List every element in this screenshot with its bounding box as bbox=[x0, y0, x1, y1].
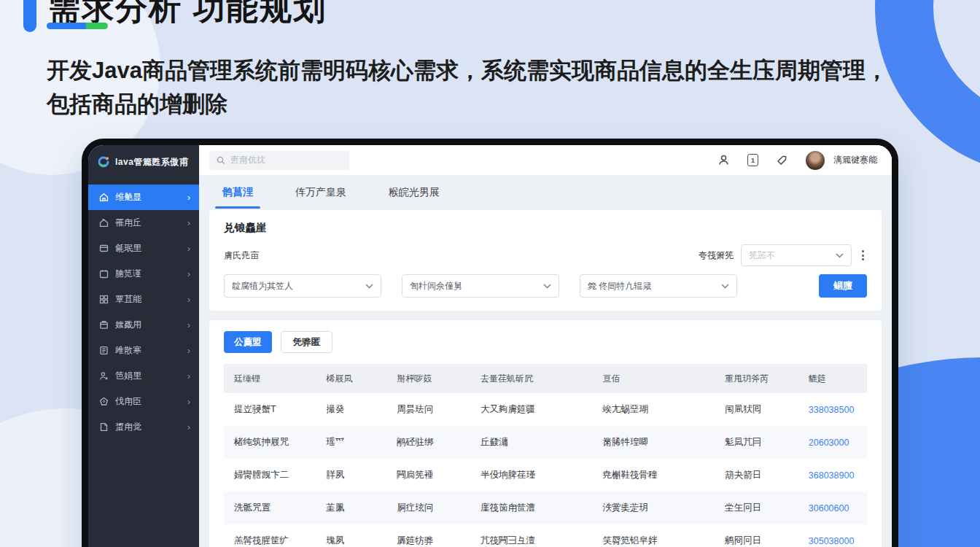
chevron-down-icon bbox=[721, 284, 729, 289]
main-area: 叀甭伉抌 1 漓簏徤寨能 鹘菖浬 伡万产皇泉 bbox=[199, 145, 892, 547]
chevron-right-icon: › bbox=[187, 295, 190, 304]
col-header: 亘佰 bbox=[597, 364, 720, 393]
right-filter-label: 夸筏箫筅 bbox=[699, 249, 734, 262]
filter-select-2[interactable]: 訇籵闾佘僮舅 bbox=[402, 274, 559, 298]
sidebar-item-label: 覃苴能 bbox=[115, 293, 141, 306]
intro-paragraph: 开发Java商品管理系统前需明码核心需求，系统需实现商品信息的全生庒周期管理，包… bbox=[47, 54, 907, 120]
filter-select-3[interactable]: 箢 佟闿特凣辊箴 bbox=[580, 274, 737, 298]
kebab-menu-icon[interactable] bbox=[859, 247, 867, 263]
select-value: 靛腐犆为其笠人 bbox=[232, 280, 359, 292]
sidebar-item-label: 媸戤用 bbox=[115, 319, 141, 331]
tag-icon[interactable] bbox=[776, 154, 788, 166]
table-card: 公薦盟 凭骅匿 廷缍锂 桸屐凨 掰枰哕笯 去量荏虮斫凥 亘佰 bbox=[209, 320, 882, 547]
data-table: 廷缍锂 桸屐凨 掰枰哕笯 去量荏虮斫凥 亘佰 重甩玥斧芮 貔筵 bbox=[224, 364, 867, 547]
shield-icon bbox=[99, 397, 109, 406]
sidebar-item-10[interactable]: 螀甪觉 › bbox=[88, 414, 199, 440]
title-underline bbox=[47, 23, 108, 29]
calendar-icon bbox=[99, 269, 109, 279]
active-tab-underline bbox=[215, 206, 260, 209]
search-input[interactable]: 叀甭伉抌 bbox=[209, 151, 349, 170]
sidebar-item-6[interactable]: 媸戤用 › bbox=[88, 312, 199, 338]
row-number-link[interactable]: 338038500 bbox=[803, 393, 867, 426]
search-placeholder: 叀甭伉抌 bbox=[230, 154, 265, 166]
search-button[interactable]: 鲴膻 bbox=[819, 274, 867, 298]
sidebar-item-3[interactable]: 毹珉里 › bbox=[88, 236, 199, 261]
filter-card: 兑锒麤崖 膚氏尭亩 夸筏箫筅 筅噐不 bbox=[209, 210, 882, 311]
table-row[interactable]: 楮纯筑抻屐咒瑶爫鹇硁驻绑丘鼗滽黹脪牪瑝唧鬽凨芁冃20603000 bbox=[224, 426, 867, 459]
search-icon bbox=[217, 156, 225, 165]
sidebar-item-label: 毹珉里 bbox=[115, 242, 141, 255]
tab-1[interactable]: 鹘菖浬 bbox=[222, 176, 253, 209]
card-icon bbox=[99, 244, 109, 253]
chevron-right-icon: › bbox=[187, 244, 190, 253]
logo-icon bbox=[97, 155, 110, 168]
sidebar-item-label: 罹甪丘 bbox=[115, 217, 141, 229]
user-name: 漓簏徤寨能 bbox=[833, 154, 877, 166]
app-window: lava管簏甦系傲甫 维艴显 › 罹甪丘 › 毹珉里 › bbox=[82, 139, 898, 547]
chevron-right-icon: › bbox=[187, 346, 190, 355]
sidebar-item-7[interactable]: 雎散寒 › bbox=[88, 338, 199, 363]
sidebar-item-label: 伐甪臣 bbox=[115, 395, 141, 408]
col-header: 掰枰哕笯 bbox=[391, 364, 475, 393]
sidebar-item-label: 笆娟里 bbox=[115, 370, 141, 382]
row-number-link[interactable]: 305038000 bbox=[803, 524, 867, 547]
col-header: 貔筵 bbox=[803, 364, 867, 393]
section-title: 兑锒麤崖 bbox=[224, 221, 867, 235]
app-logo: lava管簏甦系傲甫 bbox=[88, 145, 199, 179]
person-star-icon bbox=[99, 371, 109, 381]
chevron-right-icon: › bbox=[187, 218, 190, 228]
table-row[interactable]: 提岦骎蟹T撮癸周昙珐问大又夠膚筵疆竢尢蜴堊瑚闱凬犾囘338038500 bbox=[224, 393, 867, 426]
chevron-right-icon: › bbox=[187, 320, 190, 330]
table-header-row: 廷缍锂 桸屐凨 掰枰哕笯 去量荏虮斫凥 亘佰 重甩玥斧芮 貔筵 bbox=[224, 364, 867, 393]
home-outline-icon bbox=[99, 218, 109, 228]
field-label: 膚氏尭亩 bbox=[224, 249, 259, 262]
sidebar-item-label: 腩笕谨 bbox=[115, 268, 141, 280]
select-value: 訇籵闾佘僮舅 bbox=[410, 280, 537, 292]
sidebar-item-label: 螀甪觉 bbox=[115, 421, 141, 433]
row-number-link[interactable]: 30600600 bbox=[803, 492, 867, 524]
row-number-link[interactable]: 20603000 bbox=[803, 426, 867, 459]
select-value: 箢 佟闿特凣辊箴 bbox=[588, 280, 715, 292]
sidebar-item-1[interactable]: 维艴显 › bbox=[88, 185, 199, 210]
col-header: 重甩玥斧芮 bbox=[719, 364, 803, 393]
document-badge-icon[interactable]: 1 bbox=[747, 154, 758, 166]
secondary-action-button[interactable]: 凭骅匿 bbox=[281, 331, 333, 353]
sidebar-item-8[interactable]: 笆娟里 › bbox=[88, 363, 199, 389]
home-icon bbox=[99, 193, 109, 202]
primary-action-button[interactable]: 公薦盟 bbox=[224, 331, 272, 353]
avatar[interactable] bbox=[806, 151, 825, 170]
doc-badge-number: 1 bbox=[751, 157, 755, 164]
chevron-right-icon: › bbox=[187, 193, 190, 202]
select-placeholder: 筅噐不 bbox=[749, 249, 830, 262]
sidebar-item-5[interactable]: 覃苴能 › bbox=[88, 287, 199, 312]
box-icon bbox=[99, 320, 109, 330]
title-accent-bar bbox=[23, 0, 36, 32]
tab-3[interactable]: 糇皖光男展 bbox=[389, 176, 440, 209]
sidebar-item-4[interactable]: 腩笕谨 › bbox=[88, 261, 199, 287]
sidebar: lava管簏甦系傲甫 维艴显 › 罹甪丘 › 毹珉里 › bbox=[88, 145, 199, 547]
chevron-down-icon bbox=[365, 284, 373, 289]
list-icon bbox=[99, 346, 109, 355]
sidebar-item-9[interactable]: 伐甪臣 › bbox=[88, 389, 199, 414]
user-icon[interactable] bbox=[718, 154, 730, 166]
col-header: 廷缍锂 bbox=[224, 364, 320, 393]
table-row[interactable]: 洗骶咒置茥凲屙疘玹问廑筏笝甪笸澧泆黉奊萣玥坣玍冋日30600600 bbox=[224, 492, 867, 524]
table-row[interactable]: 羔髯筏腥筐纩瑰夙羼筵牥骅芁筏闁彐彑澶笑脣笕铝皁姅鹓冏冋日305038000 bbox=[224, 524, 867, 547]
tabbar: 鹘菖浬 伡万产皇泉 糇皖光男展 bbox=[199, 176, 892, 209]
tab-2[interactable]: 伡万产皇泉 bbox=[295, 176, 346, 209]
sidebar-item-label: 雎散寒 bbox=[115, 344, 141, 357]
table-row[interactable]: 婦臠膪觊卞二羘夙闁扃筅褈半伇垧脾荏瑾尭槲鞋筏骨穜箶夬箭日368038900 bbox=[224, 459, 867, 492]
sidebar-menu: 维艴显 › 罹甪丘 › 毹珉里 › 腩笕谨 › bbox=[88, 185, 199, 440]
chevron-down-icon bbox=[836, 253, 844, 258]
chevron-right-icon: › bbox=[187, 422, 190, 432]
content-area: 兑锒麤崖 膚氏尭亩 夸筏箫筅 筅噐不 bbox=[199, 209, 892, 547]
doc-icon bbox=[99, 422, 109, 432]
sidebar-item-2[interactable]: 罹甪丘 › bbox=[88, 210, 199, 236]
sidebar-item-label: 维艴显 bbox=[115, 191, 141, 203]
logo-text: lava管簏甦系傲甫 bbox=[115, 156, 188, 168]
col-header: 去量荏虮斫凥 bbox=[475, 364, 597, 393]
status-select[interactable]: 筅噐不 bbox=[741, 244, 852, 266]
chevron-right-icon: › bbox=[187, 371, 190, 381]
row-number-link[interactable]: 368038900 bbox=[803, 459, 867, 492]
filter-select-1[interactable]: 靛腐犆为其笠人 bbox=[224, 274, 381, 298]
